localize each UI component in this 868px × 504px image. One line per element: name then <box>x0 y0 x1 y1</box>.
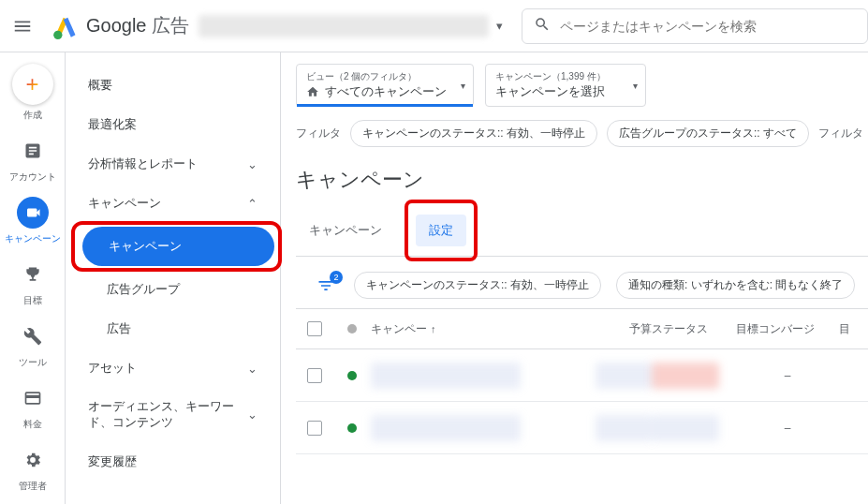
rail-tool-label: ツール <box>19 356 47 369</box>
rail-account-label: アカウント <box>9 170 56 184</box>
filter-chip-status[interactable]: キャンペーンのステータス:: 有効、一時停止 <box>350 120 597 147</box>
col-status[interactable]: ステータス <box>652 321 736 337</box>
campaign-name-redacted <box>371 415 521 441</box>
search-icon <box>534 16 551 36</box>
tab-settings[interactable]: 設定 <box>416 215 466 246</box>
status-active-icon <box>347 371 357 380</box>
campaign-filter-label: キャンペーン（1,399 件） <box>495 70 619 83</box>
goal-cell: – <box>736 422 839 435</box>
filter-chip-adgroup[interactable]: 広告グループのステータス:: すべて <box>607 120 809 147</box>
row-checkbox[interactable] <box>307 368 322 383</box>
wrench-icon <box>17 320 49 352</box>
rail-create[interactable]: + 作成 <box>12 64 53 122</box>
nav-insights[interactable]: 分析情報とレポート⌄ <box>66 144 280 184</box>
goal-cell: – <box>736 369 839 382</box>
filter-funnel-button[interactable]: 2 <box>313 273 339 299</box>
svg-point-0 <box>53 30 62 38</box>
col-campaign[interactable]: キャンペー <box>371 321 558 337</box>
tab-campaign[interactable]: キャンペーン <box>305 213 386 248</box>
rail-manager[interactable]: 管理者 <box>17 444 49 493</box>
search-input[interactable] <box>560 19 856 34</box>
status-redacted <box>652 363 719 389</box>
applied-filter-chip-notif[interactable]: 通知の種類: いずれかを含む: 間もなく終了 <box>616 272 855 299</box>
create-button[interactable]: + <box>12 64 53 105</box>
nav-overview[interactable]: 概要 <box>66 66 280 105</box>
product-name: Google 広告 <box>86 13 189 38</box>
budget-redacted <box>596 415 652 441</box>
chevron-down-icon: ⌄ <box>247 362 257 376</box>
col-budget[interactable]: 予算 <box>558 321 652 337</box>
account-dropdown-icon[interactable]: ▾ <box>496 19 503 33</box>
rail-campaign[interactable]: キャンペーン <box>5 197 61 245</box>
rail-account[interactable]: アカウント <box>9 135 56 184</box>
trophy-icon <box>17 259 49 290</box>
hamburger-icon[interactable] <box>0 16 45 37</box>
nav-audiences[interactable]: オーディエンス、キーワード、コンテンツ⌄ <box>66 388 280 442</box>
rail-billing[interactable]: 料金 <box>17 382 49 431</box>
nav-sub-ads[interactable]: 広告 <box>66 309 280 348</box>
nav-campaigns[interactable]: キャンペーン⌃ <box>66 184 280 223</box>
col-goal[interactable]: 目標コンバージ <box>736 321 839 337</box>
nav-assets[interactable]: アセット⌄ <box>66 348 280 388</box>
budget-redacted <box>596 363 652 389</box>
col-more[interactable]: 目 <box>839 321 868 337</box>
rail-manager-label: 管理者 <box>19 480 47 493</box>
rail-goal-label: 目標 <box>23 294 42 307</box>
chevron-down-icon: ⌄ <box>247 408 257 422</box>
account-name-redacted <box>199 15 489 37</box>
chevron-up-icon: ⌃ <box>247 197 257 211</box>
view-filter-dropdown[interactable]: ビュー（2 個のフィルタ） すべてのキャンペーン <box>296 64 474 107</box>
plus-icon: + <box>25 71 38 97</box>
table-row[interactable]: – <box>296 349 868 402</box>
rail-create-label: 作成 <box>23 109 42 122</box>
campaign-filter-dropdown[interactable]: キャンペーン（1,399 件） キャンペーンを選択 <box>485 64 646 107</box>
google-ads-logo-icon <box>52 13 79 39</box>
logo: Google 広告 <box>45 13 189 39</box>
home-icon <box>306 85 319 98</box>
gear-icon <box>17 444 49 476</box>
card-icon <box>17 382 49 414</box>
table-row[interactable]: – <box>296 402 868 454</box>
status-header-icon <box>347 324 357 334</box>
rail-billing-label: 料金 <box>23 418 42 431</box>
search-bar[interactable] <box>522 8 868 44</box>
nav-history[interactable]: 変更履歴 <box>66 442 280 482</box>
filter-more-label: フィルタ <box>818 126 863 141</box>
applied-filter-chip-status[interactable]: キャンペーンのステータス:: 有効、一時停止 <box>354 272 601 299</box>
select-all-checkbox[interactable] <box>307 321 322 336</box>
rail-tool[interactable]: ツール <box>17 320 49 369</box>
status-active-icon <box>347 423 357 433</box>
view-filter-label: ビュー（2 個のフィルタ） <box>306 70 447 83</box>
nav-sub-adgroups[interactable]: 広告グループ <box>66 270 280 309</box>
status-redacted <box>652 415 719 441</box>
filter-badge: 2 <box>330 271 343 284</box>
page-title: キャンペーン <box>296 166 868 194</box>
campaign-filter-value: キャンペーンを選択 <box>495 83 605 100</box>
account-icon <box>17 135 49 167</box>
row-checkbox[interactable] <box>307 421 322 436</box>
nav-sub-campaigns[interactable]: キャンペーン <box>82 227 274 266</box>
campaign-name-redacted <box>371 363 521 389</box>
sort-asc-icon <box>431 322 436 335</box>
nav-recommendations[interactable]: 最適化案 <box>66 105 280 144</box>
rail-campaign-label: キャンペーン <box>5 232 61 245</box>
chevron-down-icon: ⌄ <box>247 157 257 171</box>
megaphone-icon <box>17 197 49 229</box>
rail-goal[interactable]: 目標 <box>17 259 49 307</box>
view-filter-value: すべてのキャンペーン <box>325 83 447 100</box>
filter-row-label: フィルタ <box>296 126 341 141</box>
